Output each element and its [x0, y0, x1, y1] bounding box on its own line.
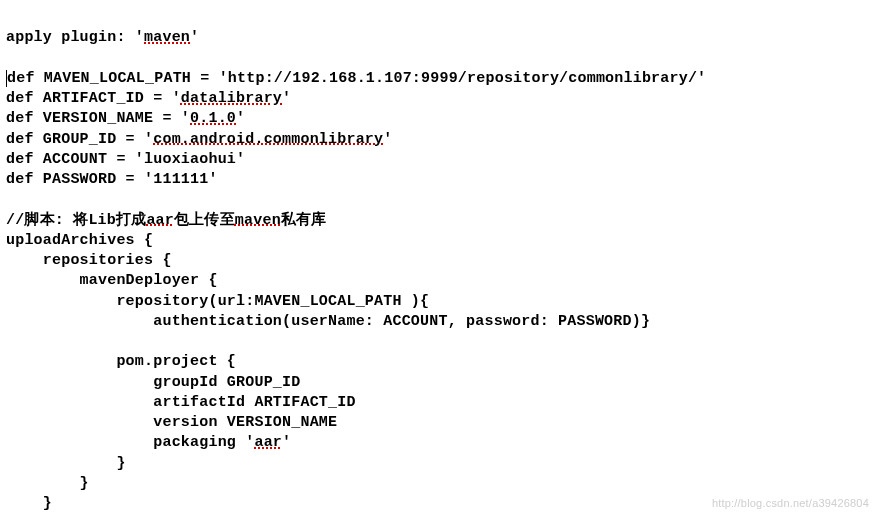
code-line: def GROUP_ID = 'com.android.commonlibrar… — [6, 131, 392, 148]
code-line: pom.project { — [6, 353, 236, 370]
spell-error: datalibrary — [181, 90, 282, 107]
code-line: packaging 'aar' — [6, 434, 291, 451]
spell-error: com.android.commonlibrary — [153, 131, 383, 148]
code-line: mavenDeployer { — [6, 272, 218, 289]
code-line: def VERSION_NAME = '0.1.0' — [6, 110, 245, 127]
code-line: def PASSWORD = '111111' — [6, 171, 218, 188]
spell-error: 0.1.0 — [190, 110, 236, 127]
code-line: apply plugin: 'maven' — [6, 29, 199, 46]
code-line: } — [6, 475, 89, 492]
code-line: authentication(userName: ACCOUNT, passwo… — [6, 313, 650, 330]
code-line: def MAVEN_LOCAL_PATH = 'http://192.168.1… — [6, 70, 706, 87]
code-line: def ACCOUNT = 'luoxiaohui' — [6, 151, 245, 168]
code-line: } — [6, 455, 126, 472]
code-line: } — [6, 495, 52, 512]
spell-error: maven — [235, 212, 281, 229]
code-editor-content: apply plugin: 'maven' def MAVEN_LOCAL_PA… — [6, 8, 869, 513]
code-line: version VERSION_NAME — [6, 414, 337, 431]
code-line: def ARTIFACT_ID = 'datalibrary' — [6, 90, 291, 107]
code-line: //脚本: 将Lib打成aar包上传至maven私有库 — [6, 212, 326, 229]
spell-error: maven — [144, 29, 190, 46]
code-line: uploadArchives { — [6, 232, 153, 249]
code-line: artifactId ARTIFACT_ID — [6, 394, 356, 411]
code-line: groupId GROUP_ID — [6, 374, 300, 391]
code-line: repository(url:MAVEN_LOCAL_PATH ){ — [6, 293, 429, 310]
code-line: repositories { — [6, 252, 172, 269]
watermark-text: http://blog.csdn.net/a39426804 — [712, 496, 869, 511]
spell-error: aar — [254, 434, 282, 451]
spell-error: aar — [146, 212, 174, 229]
